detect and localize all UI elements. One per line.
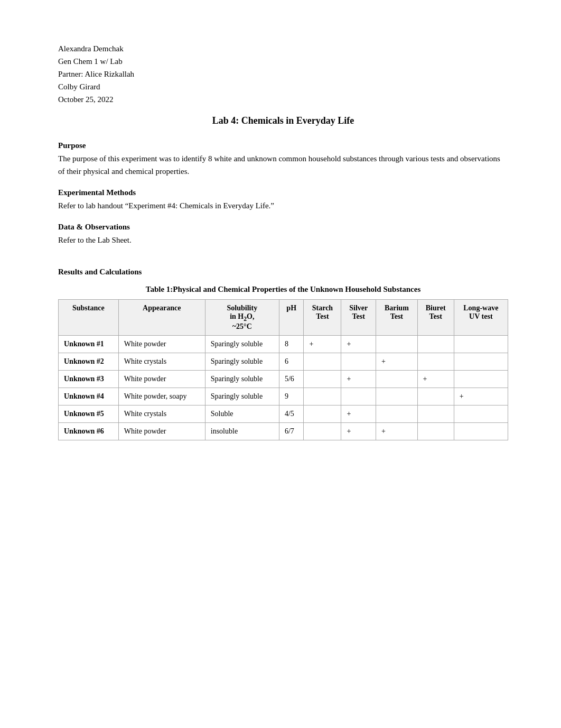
- table-cell: [454, 422, 508, 440]
- table-cell: Soluble: [205, 405, 279, 422]
- table-cell: [376, 405, 418, 422]
- table-cell: +: [376, 353, 418, 370]
- col-silver: SilverTest: [341, 300, 376, 336]
- table-cell: 6/7: [279, 422, 304, 440]
- table-row: Unknown #2White crystalsSparingly solubl…: [59, 353, 508, 370]
- header-line3: Partner: Alice Rizkallah: [58, 68, 508, 80]
- table-cell: +: [304, 335, 341, 353]
- col-ph: pH: [279, 300, 304, 336]
- table-row: Unknown #6White powderinsoluble6/7++: [59, 422, 508, 440]
- table-cell: Sparingly soluble: [205, 335, 279, 353]
- table-cell: White powder: [118, 335, 205, 353]
- table-cell: White powder, soapy: [118, 388, 205, 405]
- table-cell: Sparingly soluble: [205, 370, 279, 388]
- col-appearance: Appearance: [118, 300, 205, 336]
- col-barium: BariumTest: [376, 300, 418, 336]
- header-line5: October 25, 2022: [58, 93, 508, 106]
- table-cell: +: [454, 388, 508, 405]
- table-cell: [341, 388, 376, 405]
- section-purpose: Purpose The purpose of this experiment w…: [58, 141, 508, 178]
- table-cell: Unknown #2: [59, 353, 119, 370]
- table-cell: [304, 405, 341, 422]
- table-cell: Sparingly soluble: [205, 388, 279, 405]
- methods-heading: Experimental Methods: [58, 188, 508, 197]
- table-cell: [304, 388, 341, 405]
- table-cell: White powder: [118, 370, 205, 388]
- table-cell: [376, 388, 418, 405]
- header-line1: Alexandra Demchak: [58, 42, 508, 55]
- col-biuret: BiuretTest: [417, 300, 454, 336]
- table-cell: [417, 405, 454, 422]
- table-cell: [304, 353, 341, 370]
- table-cell: [454, 405, 508, 422]
- table-cell: +: [417, 370, 454, 388]
- data-heading: Data & Observations: [58, 223, 508, 232]
- table-cell: [376, 335, 418, 353]
- header-info: Alexandra Demchak Gen Chem 1 w/ Lab Part…: [58, 42, 508, 106]
- table-cell: [454, 335, 508, 353]
- table-cell: Sparingly soluble: [205, 353, 279, 370]
- page-title: Lab 4: Chemicals in Everyday Life: [58, 115, 508, 126]
- methods-body: Refer to lab handout “Experiment #4: Che…: [58, 199, 508, 212]
- table-cell: [417, 422, 454, 440]
- purpose-heading: Purpose: [58, 141, 508, 150]
- results-heading: Results and Calculations: [58, 268, 508, 277]
- table-cell: White crystals: [118, 353, 205, 370]
- table-header-row: Substance Appearance Solubilityin H2O,~2…: [59, 300, 508, 336]
- table-cell: [417, 335, 454, 353]
- table-cell: +: [341, 335, 376, 353]
- table-cell: [454, 370, 508, 388]
- table-cell: [304, 422, 341, 440]
- table-cell: 6: [279, 353, 304, 370]
- table-cell: Unknown #5: [59, 405, 119, 422]
- col-uv: Long-waveUV test: [454, 300, 508, 336]
- table-cell: insoluble: [205, 422, 279, 440]
- table-cell: [341, 353, 376, 370]
- data-body: Refer to the Lab Sheet.: [58, 234, 508, 246]
- col-solubility: Solubilityin H2O,~25°C: [205, 300, 279, 336]
- table-cell: [454, 353, 508, 370]
- table-cell: [417, 388, 454, 405]
- table-cell: 5/6: [279, 370, 304, 388]
- header-line4: Colby Girard: [58, 80, 508, 93]
- table-cell: 4/5: [279, 405, 304, 422]
- table-cell: +: [341, 422, 376, 440]
- table-title: Table 1:Physical and Chemical Properties…: [58, 285, 508, 294]
- table-cell: [304, 370, 341, 388]
- table-row: Unknown #1White powderSparingly soluble8…: [59, 335, 508, 353]
- table-row: Unknown #4White powder, soapySparingly s…: [59, 388, 508, 405]
- table-cell: [417, 353, 454, 370]
- table-cell: [376, 370, 418, 388]
- table-cell: White crystals: [118, 405, 205, 422]
- table-cell: 9: [279, 388, 304, 405]
- table-cell: Unknown #3: [59, 370, 119, 388]
- section-methods: Experimental Methods Refer to lab handou…: [58, 188, 508, 212]
- table-cell: Unknown #6: [59, 422, 119, 440]
- table-cell: +: [341, 370, 376, 388]
- col-substance: Substance: [59, 300, 119, 336]
- table-cell: +: [341, 405, 376, 422]
- table-cell: Unknown #4: [59, 388, 119, 405]
- table-cell: +: [376, 422, 418, 440]
- table-row: Unknown #3White powderSparingly soluble5…: [59, 370, 508, 388]
- col-starch: StarchTest: [304, 300, 341, 336]
- table-row: Unknown #5White crystalsSoluble4/5+: [59, 405, 508, 422]
- purpose-body: The purpose of this experiment was to id…: [58, 152, 508, 178]
- table-cell: 8: [279, 335, 304, 353]
- table-cell: Unknown #1: [59, 335, 119, 353]
- results-table: Substance Appearance Solubilityin H2O,~2…: [58, 299, 508, 440]
- table-cell: White powder: [118, 422, 205, 440]
- section-data: Data & Observations Refer to the Lab She…: [58, 223, 508, 246]
- header-line2: Gen Chem 1 w/ Lab: [58, 55, 508, 68]
